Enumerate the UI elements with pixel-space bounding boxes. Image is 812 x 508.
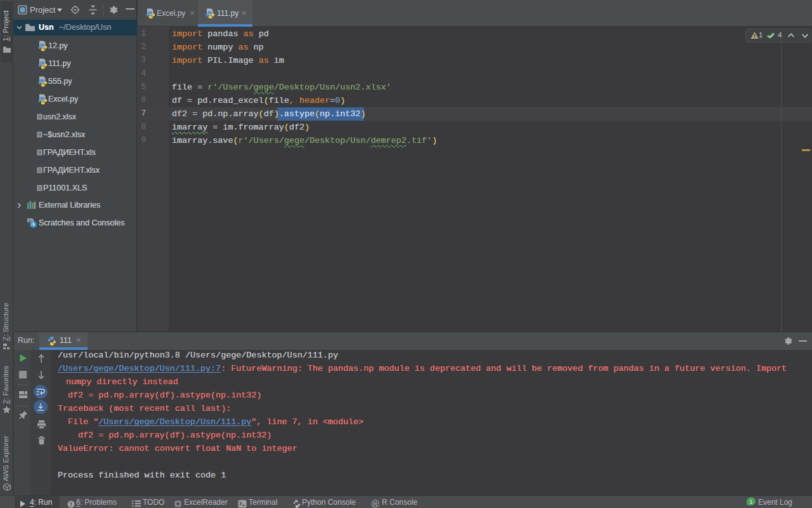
svg-text:R: R bbox=[373, 500, 377, 507]
